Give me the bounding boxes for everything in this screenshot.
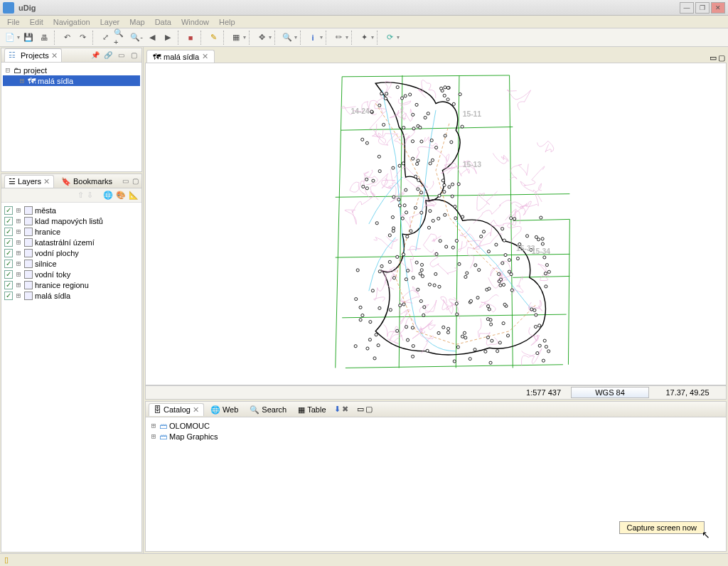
editor-max-icon[interactable]: ▢: [718, 53, 725, 63]
web-tab[interactable]: 🌐 Web: [205, 403, 243, 416]
expand-icon[interactable]: ⊞: [15, 280, 22, 289]
redo-button[interactable]: ↷: [75, 31, 90, 45]
expand-icon[interactable]: ⊞: [15, 237, 22, 247]
menu-edit[interactable]: Edit: [26, 17, 48, 27]
bookmarks-tab-label[interactable]: Bookmarks: [73, 177, 112, 186]
checkbox-icon[interactable]: ✓: [4, 249, 13, 257]
refresh-tool-button[interactable]: ⟳: [382, 31, 397, 45]
layers-tab-close[interactable]: ✕: [43, 177, 50, 186]
zoom-extent-button[interactable]: ⤢: [98, 31, 112, 45]
draw-tool-button[interactable]: ✏: [331, 31, 346, 45]
editor-min-icon[interactable]: ▭: [710, 53, 717, 63]
expand-icon[interactable]: ⊞: [15, 205, 22, 215]
minimize-panel-icon[interactable]: ▭: [122, 176, 129, 186]
info-tool-button[interactable]: i: [306, 31, 320, 45]
checkbox-icon[interactable]: ✓: [4, 270, 13, 279]
menu-data[interactable]: Data: [151, 17, 176, 27]
layer-item[interactable]: ✓⊞katastrální území: [3, 237, 140, 247]
checkbox-icon[interactable]: ✓: [4, 228, 13, 236]
zoom-tool-button[interactable]: 🔍: [280, 31, 294, 45]
editor-tab-close[interactable]: ✕: [202, 52, 208, 61]
panel-max-icon[interactable]: ▢: [365, 405, 373, 414]
maximize-panel-icon[interactable]: ▢: [129, 50, 139, 60]
zoom-in-button[interactable]: 🔍+: [114, 31, 128, 45]
checkbox-icon[interactable]: ✓: [4, 260, 13, 268]
editor-tab[interactable]: 🗺 malá sídla ✕: [146, 50, 215, 63]
filter-icon[interactable]: 📐: [129, 191, 139, 200]
style-icon[interactable]: 🎨: [116, 191, 126, 200]
table-tab[interactable]: ▦ Table: [293, 403, 331, 416]
expand-icon[interactable]: ⊞: [15, 248, 22, 257]
layer-item[interactable]: ✓⊞hranice regionu: [3, 279, 140, 290]
expand-icon[interactable]: ⊞: [18, 76, 26, 85]
expand-icon[interactable]: ⊞: [15, 291, 22, 300]
expand-icon[interactable]: ⊞: [15, 227, 22, 236]
layer-item[interactable]: ✓⊞silnice: [3, 258, 140, 269]
stop-button[interactable]: ■: [183, 31, 198, 45]
catalog-item[interactable]: ⊞🗃Map Graphics: [149, 431, 723, 442]
menu-map[interactable]: Map: [125, 17, 149, 27]
select-tool-button[interactable]: ▦: [229, 31, 243, 45]
undo-button[interactable]: ↶: [60, 31, 74, 45]
menu-file[interactable]: File: [3, 17, 24, 27]
import-icon[interactable]: ⬇: [334, 405, 341, 414]
svg-point-61: [499, 284, 502, 287]
checkbox-icon[interactable]: ✓: [4, 206, 13, 215]
expand-icon[interactable]: ⊞: [15, 259, 22, 268]
layer-item[interactable]: ✓⊞hranice: [3, 226, 140, 237]
layers-tab-label[interactable]: Layers: [18, 177, 41, 186]
link-icon[interactable]: 🔗: [103, 50, 113, 60]
menu-navigation[interactable]: Navigation: [49, 17, 95, 27]
nav-back-button[interactable]: ◀: [145, 31, 159, 45]
save-button[interactable]: 💾: [21, 31, 36, 45]
edit-tool-button[interactable]: ✎: [206, 31, 220, 45]
checkbox-icon[interactable]: ✓: [4, 238, 13, 247]
catalog-tab-close[interactable]: ✕: [193, 405, 199, 415]
project-child-label[interactable]: malá sídla: [38, 77, 73, 85]
map-canvas[interactable]: 14-24 15-11 15-13 15-33 15-34: [145, 63, 727, 385]
feature-tool-button[interactable]: ✦: [357, 31, 371, 45]
layer-item[interactable]: ✓⊞vodní plochy: [3, 247, 140, 258]
panel-min-icon[interactable]: ▭: [357, 405, 364, 414]
globe-icon[interactable]: 🌐: [103, 191, 113, 200]
pan-tool-button[interactable]: ✥: [255, 31, 269, 45]
maximize-button[interactable]: ❐: [695, 2, 710, 14]
expand-icon[interactable]: ⊞: [150, 421, 157, 430]
menu-layer[interactable]: Layer: [96, 17, 124, 27]
move-down-icon[interactable]: ⇩: [87, 191, 93, 200]
layer-item[interactable]: ✓⊞města: [3, 205, 140, 215]
expand-icon[interactable]: ⊞: [15, 269, 22, 279]
layers-tree[interactable]: ✓⊞města✓⊞klad mapových listů✓⊞hranice✓⊞k…: [1, 203, 141, 552]
expand-icon[interactable]: ⊟: [4, 65, 11, 75]
checkbox-icon[interactable]: ✓: [4, 292, 13, 300]
maximize-panel-icon[interactable]: ▢: [132, 176, 139, 186]
zoom-out-button[interactable]: 🔍-: [129, 31, 144, 45]
print-button[interactable]: 🖶: [37, 31, 51, 45]
layer-item[interactable]: ✓⊞klad mapových listů: [3, 215, 140, 226]
pin-icon[interactable]: 📌: [90, 50, 100, 60]
checkbox-icon[interactable]: ✓: [4, 281, 13, 289]
move-up-icon[interactable]: ⇧: [77, 191, 84, 200]
expand-icon[interactable]: ⊞: [150, 432, 157, 441]
nav-fwd-button[interactable]: ▶: [161, 31, 175, 45]
catalog-tab[interactable]: 🗄 Catalog ✕: [149, 403, 204, 416]
new-button[interactable]: 📄: [3, 31, 17, 45]
minimize-button[interactable]: —: [680, 2, 694, 14]
menu-help[interactable]: Help: [215, 17, 240, 27]
crs-button[interactable]: WGS 84: [571, 387, 649, 398]
remove-icon[interactable]: ✖: [342, 405, 348, 414]
projects-tree[interactable]: ⊟ 🗀 project ⊞ 🗺 malá sídla: [1, 63, 141, 171]
checkbox-icon[interactable]: ✓: [4, 217, 13, 225]
project-root-label[interactable]: project: [23, 66, 47, 75]
layer-item[interactable]: ✓⊞vodní toky: [3, 269, 140, 279]
projects-tab-close[interactable]: ✕: [51, 51, 58, 60]
search-tab[interactable]: 🔍 Search: [245, 403, 291, 416]
menu-window[interactable]: Window: [177, 17, 213, 27]
close-button[interactable]: ✕: [711, 2, 725, 14]
minimize-panel-icon[interactable]: ▭: [116, 50, 126, 60]
scale-display[interactable]: 1:577 437: [497, 388, 568, 397]
svg-point-132: [397, 198, 400, 201]
catalog-item[interactable]: ⊞🗃OLOMOUC: [149, 420, 723, 431]
layer-item[interactable]: ✓⊞malá sídla: [3, 290, 140, 301]
expand-icon[interactable]: ⊞: [15, 216, 22, 225]
